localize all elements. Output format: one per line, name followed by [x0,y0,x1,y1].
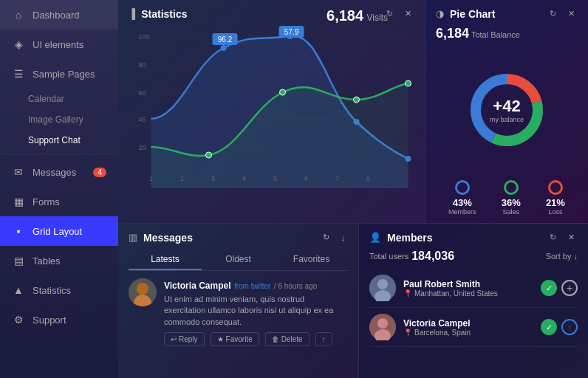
pie-chart-header: ◑ Pie Chart ↻ ✕ [436,7,578,20]
sales-label: Sales [502,208,521,216]
sidebar-sub-support-chat[interactable]: Support Chat [0,130,118,151]
members-circle [455,180,470,195]
sidebar-item-label: Tables [33,255,61,267]
members-pct: 43% [448,197,476,208]
loss-circle [548,180,563,195]
pie-total-label: Total Balance [471,30,520,39]
member-avatar-2 [369,314,396,340]
bar-chart-icon: ▐ [129,8,135,19]
member-check-1[interactable]: ✓ [541,280,557,296]
member-check-2[interactable]: ✓ [541,319,557,335]
visits-info: 6,184 Visits [327,7,388,24]
svg-point-41 [377,318,388,329]
sidebar-item-sample-pages[interactable]: ☰ Sample Pages [0,59,118,89]
sidebar-item-label: Grid Layout [33,226,82,237]
member-up-2[interactable]: ↑ [561,319,578,335]
favorite-button[interactable]: ★ Favorite [211,332,259,346]
member-item-1: Paul Robert Smith 📍 Manhattan, United St… [369,269,578,308]
svg-point-18 [206,152,212,158]
sidebar-item-label: Messages [33,167,76,178]
sidebar-item-dashboard[interactable]: ⌂ Dashboard [0,0,118,30]
member-actions-1: ✓ + [541,280,578,296]
pie-stat-members: 43% Members [448,180,476,216]
sort-icon: ↓ [574,252,578,261]
messages-tabs: Latests Oldest Favorites [129,250,348,271]
sidebar-item-label: Statistics [33,285,71,296]
member-name-1: Paul Robert Smith [403,279,533,289]
pie-icon: ◑ [436,8,444,19]
total-users-count: 184,036 [411,250,454,263]
member-location-1: 📍 Manhattan, United States [403,289,533,298]
svg-text:5: 5 [273,175,277,182]
sidebar-item-label: Forms [33,196,60,207]
svg-text:100: 100 [139,33,150,41]
reply-button[interactable]: ↩ Reply [164,332,205,346]
svg-point-20 [354,97,360,103]
sidebar-item-messages[interactable]: ✉ Messages 4 [0,157,118,187]
sort-label: Sort by [546,252,572,261]
delete-button[interactable]: 🗑 Delete [265,332,310,346]
ui-elements-icon: ◈ [12,38,25,50]
messages-download[interactable]: ↓ [338,232,349,244]
location-icon-2: 📍 [403,329,412,337]
pie-stats: 43% Members 36% Sales 21% Loss [436,180,578,216]
sample-pages-icon: ☰ [12,68,25,80]
forms-icon: ▦ [12,196,25,207]
messages-panel-icon: ▥ [129,232,137,243]
tab-oldest[interactable]: Oldest [202,250,275,270]
members-close[interactable]: ✕ [565,231,578,244]
pie-total-info: 6,184 Total Balance [436,26,578,41]
statistics-chart: 100 80 60 45 20 [129,26,414,181]
svg-text:45: 45 [139,116,146,123]
svg-text:7: 7 [335,175,339,182]
members-label: Members [448,208,476,216]
members-icon: 👤 [369,232,381,243]
sidebar-item-support[interactable]: ⚙ Support [0,305,118,334]
sidebar-item-ui-elements[interactable]: ◈ UI elements [0,30,118,59]
sidebar: ⌂ Dashboard ◈ UI elements ☰ Sample Pages… [0,0,118,378]
main-content: ▐ Statistics ↻ ✕ 6,184 Visits 100 80 60 … [118,0,588,378]
line-chart-svg: 100 80 60 45 20 [129,26,414,188]
members-total-row: Total users 184,036 Sort by ↓ [369,250,578,263]
statistics-close[interactable]: ✕ [402,7,414,20]
donut-value: +42 [490,97,524,116]
pie-total-count: 6,184 [436,26,469,41]
sidebar-item-label: Support [33,315,66,326]
member-add-1[interactable]: + [561,280,578,296]
pie-close[interactable]: ✕ [565,7,578,20]
sidebar-sub-image-gallery[interactable]: Image Gallery [0,109,118,130]
dashboard-icon: ⌂ [12,9,25,21]
loss-pct: 21% [546,197,565,208]
members-refresh[interactable]: ↻ [547,231,559,244]
pie-stat-sales: 36% Sales [502,180,521,216]
tab-latests[interactable]: Latests [129,250,202,270]
sidebar-sub-calendar[interactable]: Calendar [0,89,118,109]
sidebar-item-tables[interactable]: ▤ Tables [0,246,118,275]
svg-point-35 [134,295,151,306]
statistics-icon: ▲ [12,284,25,296]
sidebar-item-grid-layout[interactable]: ▪ Grid Layout [0,216,118,246]
sort-by-button[interactable]: Sort by ↓ [546,252,578,261]
message-author: Victoria Campel [164,281,230,291]
sales-pct: 36% [502,197,521,208]
sidebar-item-forms[interactable]: ▦ Forms [0,187,118,216]
messages-refresh[interactable]: ↻ [320,231,332,244]
svg-text:6: 6 [304,175,308,182]
message-source: from twitter [234,282,270,290]
bottom-panels-row: ▥ Messages ↻ ↓ Latests Oldest Favorites [118,223,588,378]
message-item: Victoria Campel from twitter / 6 hours a… [129,278,348,346]
tab-favorites[interactable]: Favorites [275,250,348,270]
sidebar-item-label: Sample Pages [33,69,95,80]
member-actions-2: ✓ ↑ [541,319,578,335]
message-actions: ↩ Reply ★ Favorite 🗑 Delete ↑ [164,332,348,346]
member-info-2: Victoria Campel 📍 Barcelona, Spain [403,318,533,337]
sidebar-item-statistics[interactable]: ▲ Statistics [0,275,118,305]
upload-button[interactable]: ↑ [315,332,332,346]
svg-point-34 [137,283,148,295]
statistics-panel: ▐ Statistics ↻ ✕ 6,184 Visits 100 80 60 … [118,0,425,223]
svg-point-10 [221,45,227,51]
sidebar-item-label: UI elements [33,39,83,50]
star-icon: ★ [217,335,224,343]
pie-refresh[interactable]: ↻ [547,7,559,20]
donut-chart: +42 my balance [466,69,547,151]
